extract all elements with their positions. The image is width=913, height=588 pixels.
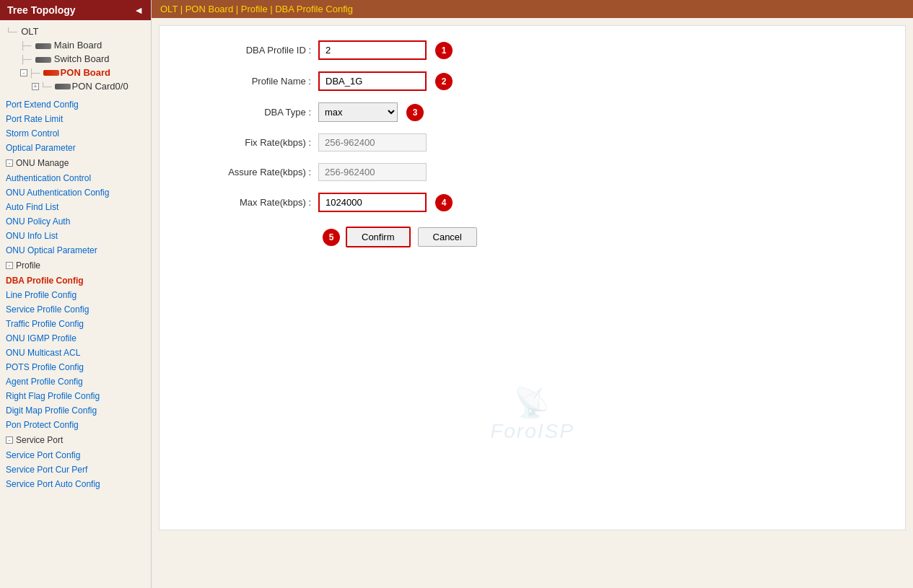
confirm-badge: 5 — [323, 229, 340, 246]
tree-item-main-board[interactable]: ├─ Main Board — [6, 38, 145, 52]
form-input-4 — [318, 163, 427, 181]
section-item[interactable]: ONU IGMP Profile — [0, 331, 151, 346]
connector-olt: └─ — [6, 27, 17, 36]
section-item[interactable]: ONU Multicast ACL — [0, 346, 151, 360]
section-item[interactable]: ONU Info List — [0, 229, 151, 243]
service-port-toggle[interactable]: - — [6, 436, 13, 444]
section-item[interactable]: Service Port Config — [0, 448, 151, 462]
tree-item-pon-card[interactable]: + └─ PON Card0/0 — [6, 79, 145, 93]
form-rows-container: DBA Profile ID :1Profile Name :2DBA Type… — [174, 40, 891, 212]
onu-manage-toggle[interactable]: - — [6, 159, 13, 167]
breadcrumb-text: OLT | PON Board | Profile | DBA Profile … — [160, 4, 353, 14]
profile-group: - Profile DBA Profile ConfigLine Profile… — [0, 258, 151, 432]
form-row-1: Profile Name :2 — [174, 71, 891, 91]
form-input-1[interactable] — [318, 71, 427, 91]
pon-card-icon — [55, 84, 71, 89]
watermark-text: ForoISP — [490, 420, 575, 443]
form-row-2: DBA Type :maxfixassuremax+fixmax+assuref… — [174, 102, 891, 122]
section-item[interactable]: Right Flag Profile Config — [0, 389, 151, 403]
form-label-3: Fix Rate(kbps) : — [174, 137, 318, 148]
connector-switch-board: ├─ — [20, 55, 32, 63]
sidebar: Tree Topology ◄ └─ OLT ├─ Main Board — [0, 0, 152, 588]
form-panel: DBA Profile ID :1Profile Name :2DBA Type… — [159, 25, 906, 530]
section-item[interactable]: Storm Control — [0, 126, 151, 141]
section-item[interactable]: Service Port Auto Config — [0, 477, 151, 491]
form-row-5: Max Rate(kbps) :4 — [174, 193, 891, 212]
onu-manage-header: - ONU Manage — [0, 155, 151, 171]
content-area: DBA Profile ID :1Profile Name :2DBA Type… — [152, 18, 913, 588]
section-item[interactable]: Digit Map Profile Config — [0, 403, 151, 418]
profile-label: Profile — [16, 260, 40, 271]
watermark-icon: 📡 — [490, 386, 575, 420]
form-label-1: Profile Name : — [174, 76, 318, 87]
service-port-group: - Service Port Service Port ConfigServic… — [0, 432, 151, 491]
connector-main-board: ├─ — [20, 41, 32, 50]
section-item[interactable]: Auto Find List — [0, 200, 151, 214]
form-input-wrap-2: maxfixassuremax+fixmax+assurefix+assure3 — [318, 102, 424, 122]
sidebar-title: Tree Topology — [7, 4, 76, 16]
buttons-row: 5 Confirm Cancel — [174, 227, 891, 247]
form-input-wrap-5: 4 — [318, 193, 453, 212]
form-label-4: Assure Rate(kbps) : — [174, 167, 318, 177]
pon-board-toggle[interactable]: - — [20, 69, 27, 76]
form-row-4: Assure Rate(kbps) : — [174, 163, 891, 181]
section-item[interactable]: Port Rate Limit — [0, 112, 151, 126]
form-input-5[interactable] — [318, 193, 427, 212]
field-badge-1: 2 — [435, 73, 453, 90]
profile-toggle[interactable]: - — [6, 262, 13, 269]
breadcrumb: OLT | PON Board | Profile | DBA Profile … — [152, 0, 913, 18]
connector-pon-card: └─ — [40, 82, 52, 91]
section-item[interactable]: Pon Protect Config — [0, 418, 151, 432]
form-row-0: DBA Profile ID :1 — [174, 40, 891, 60]
pon-board-icon — [43, 70, 59, 76]
service-port-header: - Service Port — [0, 432, 151, 448]
sidebar-collapse-button[interactable]: ◄ — [134, 4, 144, 16]
section-item[interactable]: Optical Parameter — [0, 141, 151, 155]
form-label-2: DBA Type : — [174, 107, 318, 118]
form-input-wrap-0: 1 — [318, 40, 453, 60]
field-badge-0: 1 — [435, 42, 453, 59]
form-label-5: Max Rate(kbps) : — [174, 197, 318, 208]
pon-board-label[interactable]: PON Board — [61, 67, 110, 78]
main-board-icon — [35, 43, 51, 49]
confirm-button[interactable]: Confirm — [346, 227, 411, 247]
form-select-2[interactable]: maxfixassuremax+fixmax+assurefix+assure — [318, 102, 398, 122]
onu-manage-group: - ONU Manage Authentication ControlONU A… — [0, 155, 151, 258]
section-item[interactable]: DBA Profile Config — [0, 273, 151, 288]
switch-board-icon — [35, 57, 51, 63]
section-item[interactable]: Port Extend Config — [0, 97, 151, 112]
form-row-3: Fix Rate(kbps) : — [174, 133, 891, 152]
section-item[interactable]: Line Profile Config — [0, 288, 151, 302]
form-input-wrap-1: 2 — [318, 71, 453, 91]
switch-board-label[interactable]: Switch Board — [54, 53, 110, 64]
form-input-0[interactable] — [318, 40, 427, 60]
section-item[interactable]: Authentication Control — [0, 171, 151, 185]
service-port-items: Service Port ConfigService Port Cur Perf… — [0, 448, 151, 491]
olt-label[interactable]: OLT — [21, 26, 38, 37]
sidebar-header: Tree Topology ◄ — [0, 0, 151, 20]
section-item[interactable]: ONU Policy Auth — [0, 214, 151, 229]
tree-item-pon-board[interactable]: - ├─ PON Board — [6, 66, 145, 79]
tree-root: └─ OLT ├─ Main Board ├─ Switch Board — [0, 20, 151, 97]
section-item[interactable]: Service Profile Config — [0, 302, 151, 317]
profile-header: - Profile — [0, 258, 151, 273]
section-item[interactable]: Service Port Cur Perf — [0, 462, 151, 477]
section-item[interactable]: POTS Profile Config — [0, 360, 151, 374]
section-item[interactable]: ONU Authentication Config — [0, 185, 151, 200]
section-item[interactable]: ONU Optical Parameter — [0, 243, 151, 258]
main-board-label[interactable]: Main Board — [54, 40, 102, 51]
cancel-button[interactable]: Cancel — [418, 227, 477, 247]
pon-board-items: Port Extend ConfigPort Rate LimitStorm C… — [0, 97, 151, 155]
form-input-wrap-4 — [318, 163, 427, 181]
profile-items: DBA Profile ConfigLine Profile ConfigSer… — [0, 273, 151, 432]
tree-item-olt[interactable]: └─ OLT — [6, 25, 145, 38]
section-item[interactable]: Agent Profile Config — [0, 374, 151, 389]
section-item[interactable]: Traffic Profile Config — [0, 317, 151, 331]
field-badge-2: 3 — [406, 104, 424, 121]
field-badge-5: 4 — [435, 194, 453, 211]
tree-item-switch-board[interactable]: ├─ Switch Board — [6, 52, 145, 66]
onu-manage-label: ONU Manage — [16, 158, 69, 168]
pon-card-toggle[interactable]: + — [32, 83, 39, 90]
connector-pon-board: ├─ — [29, 69, 40, 77]
pon-card-label[interactable]: PON Card0/0 — [72, 81, 128, 92]
